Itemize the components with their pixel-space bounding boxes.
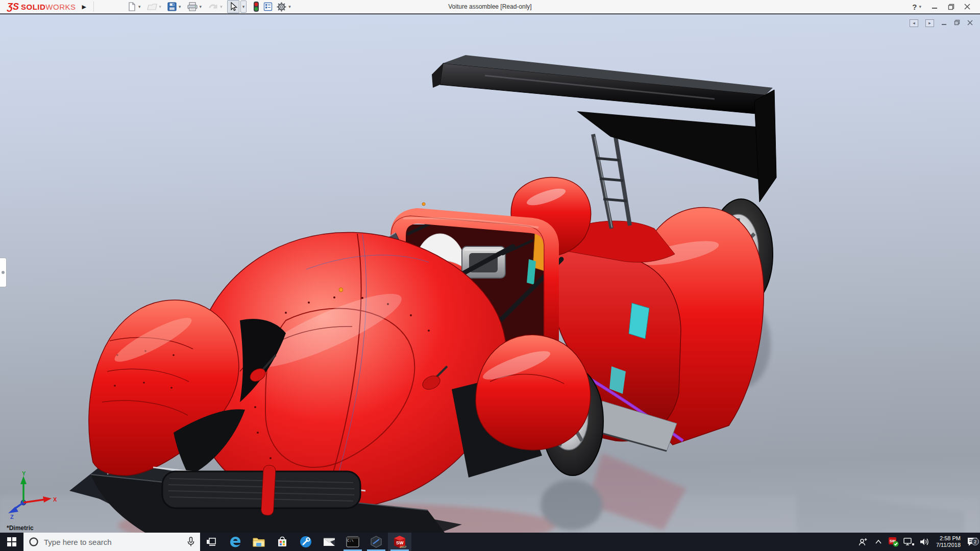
- traffic-light-icon: [253, 1, 260, 12]
- solidworks-logo: ƷS SOLIDWORKS: [0, 0, 81, 13]
- windows-taskbar: C:\ SW 2017: [0, 533, 980, 551]
- taskbar-app-mail[interactable]: [317, 533, 341, 551]
- close-button[interactable]: [962, 2, 973, 12]
- help-button[interactable]: ?: [912, 3, 917, 11]
- taskbar-app-edge[interactable]: [224, 533, 247, 551]
- new-document-icon: [127, 2, 137, 12]
- taskbar-app-tool-circle[interactable]: [294, 533, 317, 551]
- save-button[interactable]: ▾: [166, 0, 185, 13]
- chevron-up-icon: [875, 539, 882, 544]
- open-button[interactable]: ▾: [145, 0, 165, 13]
- sw-cube-letters: SW: [396, 540, 404, 545]
- restore-icon: [948, 4, 954, 10]
- right-front-fender: [476, 335, 591, 450]
- doc-close-button[interactable]: [967, 18, 973, 28]
- close-icon: [964, 4, 970, 10]
- feature-panel-splitter-tab[interactable]: [0, 258, 7, 287]
- mail-icon: [323, 536, 336, 547]
- select-tool-dropdown[interactable]: ▾: [240, 1, 247, 13]
- triad-y-label: Y: [22, 471, 26, 477]
- interference-check-button[interactable]: [252, 0, 261, 14]
- people-icon: [858, 537, 868, 546]
- wing-support-pylon: [593, 134, 630, 229]
- taskbar-app-file-explorer[interactable]: [247, 533, 271, 551]
- taskbar-app-hexagon-utility[interactable]: [364, 533, 388, 551]
- print-button[interactable]: ▾: [186, 0, 206, 13]
- tray-people-button[interactable]: [855, 537, 871, 546]
- doc-minimize-icon: [941, 20, 947, 26]
- tray-chevron-button[interactable]: [871, 539, 886, 544]
- network-icon: [903, 537, 915, 546]
- restore-button[interactable]: [945, 2, 957, 12]
- search-input[interactable]: [44, 538, 182, 546]
- taskbar-app-command-prompt[interactable]: C:\: [341, 533, 364, 551]
- property-list-icon: [263, 2, 273, 12]
- triad-z-label: Z: [10, 514, 14, 519]
- solidworks-cube-icon: SW 2017: [393, 535, 406, 549]
- sw-cube-year: 2017: [400, 545, 406, 548]
- graphics-viewport[interactable]: ◂ ▸ Y X Z: [0, 14, 980, 533]
- select-cursor-icon: [228, 2, 238, 12]
- front-grille: [162, 471, 360, 508]
- action-center-button[interactable]: 2: [965, 537, 980, 547]
- clock-date: 7/11/2018: [936, 542, 961, 548]
- windows-logo-icon: [7, 537, 16, 546]
- minimize-button[interactable]: [929, 2, 940, 12]
- toolbar-divider: [93, 2, 94, 12]
- select-tool-button[interactable]: [227, 0, 239, 13]
- help-dropdown[interactable]: ▾: [919, 4, 921, 9]
- menu-flyout-arrow-icon[interactable]: ▶: [82, 4, 86, 10]
- wrench-circle-icon: [299, 535, 312, 548]
- triad-x-label: X: [53, 496, 57, 503]
- view-orientation-label: *Dimetric: [7, 524, 34, 532]
- ds-logo-glyph: ƷS: [7, 2, 19, 12]
- volume-icon: [919, 537, 929, 546]
- wing-endplate: [754, 90, 776, 202]
- task-view-icon: [206, 537, 217, 546]
- task-view-button[interactable]: [200, 533, 224, 551]
- start-button[interactable]: [0, 533, 23, 551]
- hexagon-icon: [370, 535, 383, 548]
- titlebar-controls: ? ▾: [912, 2, 980, 12]
- save-floppy-icon: [167, 2, 177, 12]
- options-button[interactable]: ▾: [275, 0, 295, 14]
- undo-button[interactable]: ▾: [206, 0, 226, 13]
- tow-hook: [261, 465, 276, 515]
- cortana-icon: [29, 537, 39, 547]
- display-settings-button[interactable]: [262, 0, 274, 13]
- taskbar-app-store[interactable]: [271, 533, 294, 551]
- microphone-icon[interactable]: [187, 537, 195, 547]
- race-car-model: [0, 14, 980, 533]
- store-icon: [276, 536, 288, 548]
- pane-collapse-right-button[interactable]: ▸: [925, 19, 934, 27]
- system-tray: SW 2:58 PM 7/11/2018: [855, 533, 980, 551]
- new-document-button[interactable]: ▾: [126, 0, 144, 13]
- doc-restore-icon: [954, 19, 960, 26]
- brand-solid: SOLID: [21, 3, 45, 11]
- minimize-icon: [932, 4, 938, 10]
- titlebar: ƷS SOLIDWORKS ▶ ▾ ▾: [0, 0, 980, 14]
- gear-icon: [276, 2, 287, 12]
- tray-network-button[interactable]: [901, 537, 917, 546]
- tray-solidworks-status[interactable]: SW: [886, 536, 901, 547]
- open-folder-icon: [146, 2, 158, 12]
- doc-restore-button[interactable]: [954, 18, 960, 28]
- taskbar-search[interactable]: [23, 533, 200, 551]
- taskbar-app-solidworks[interactable]: SW 2017: [388, 533, 411, 551]
- tray-clock[interactable]: 2:58 PM 7/11/2018: [932, 535, 965, 548]
- undo-arrow-icon: [207, 2, 218, 12]
- file-explorer-icon: [252, 536, 265, 548]
- brand-works: WORKS: [45, 3, 76, 11]
- solidworks-window: ƷS SOLIDWORKS ▶ ▾ ▾: [0, 0, 980, 551]
- orientation-triad: Y X Z: [3, 471, 59, 519]
- clock-time: 2:58 PM: [940, 535, 961, 542]
- tray-volume-button[interactable]: [917, 537, 932, 546]
- solidworks-status-icon: SW: [888, 536, 899, 547]
- document-window-controls: ◂ ▸: [910, 18, 973, 28]
- pane-collapse-left-button[interactable]: ◂: [910, 19, 918, 27]
- print-icon: [187, 2, 198, 12]
- notification-badge: 2: [971, 538, 979, 545]
- vertex-marker: [339, 288, 343, 292]
- command-prompt-text: C:\: [347, 539, 354, 543]
- doc-minimize-button[interactable]: [941, 18, 947, 28]
